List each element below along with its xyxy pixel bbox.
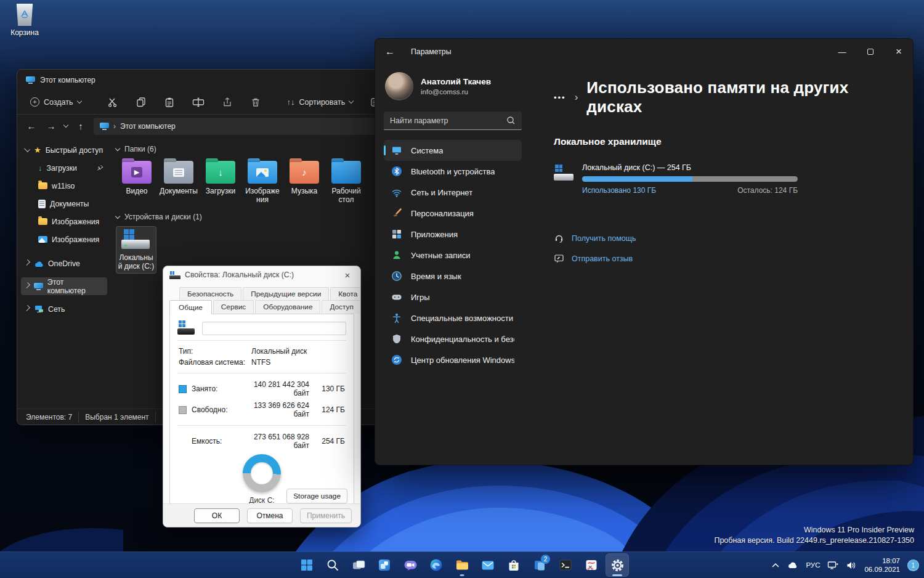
minimize-button[interactable]: —: [828, 39, 856, 65]
back-button[interactable]: ←: [385, 46, 403, 57]
drive-icon: [554, 165, 575, 181]
new-button[interactable]: + Создать: [26, 94, 86, 110]
cut-button[interactable]: [103, 94, 123, 111]
section-devices[interactable]: Устройства и диски (1): [116, 210, 419, 224]
sidebar-item-documents[interactable]: Документы: [21, 195, 107, 213]
paste-button[interactable]: [160, 94, 179, 111]
volume-tray-icon[interactable]: [846, 561, 857, 570]
settings-titlebar[interactable]: ← Параметры — ×: [375, 39, 913, 65]
tab-quota[interactable]: Квота: [330, 287, 361, 300]
user-account-row[interactable]: Анатолий Ткачев info@comss.ru: [384, 68, 522, 104]
search-button[interactable]: [321, 553, 344, 577]
sidebar-item-this-pc[interactable]: Этот компьютер: [21, 277, 107, 295]
onedrive-cloud-icon: [34, 260, 44, 267]
tab-general[interactable]: Общие: [169, 300, 212, 314]
nav-item-accounts[interactable]: Учетные записи: [384, 245, 522, 266]
sidebar-item-onedrive[interactable]: OneDrive: [21, 254, 107, 272]
tab-tools[interactable]: Сервис: [213, 300, 254, 314]
tab-sharing[interactable]: Доступ: [322, 300, 361, 314]
section-folders[interactable]: Папки (6): [116, 142, 419, 156]
ok-button[interactable]: ОК: [194, 508, 240, 523]
back-button[interactable]: ←: [25, 121, 38, 131]
tray-chevron-up-icon[interactable]: [771, 562, 780, 568]
folder-tile-documents[interactable]: Документы: [158, 158, 200, 206]
forward-button[interactable]: →: [44, 121, 58, 131]
share-button[interactable]: [217, 94, 237, 111]
file-explorer-button[interactable]: [450, 553, 474, 577]
start-button[interactable]: [295, 553, 318, 577]
pin-icon: [97, 165, 103, 171]
folder-tile-music[interactable]: ♪ Музыка: [283, 158, 325, 206]
terminal-button[interactable]: [554, 553, 577, 577]
nav-item-time-language[interactable]: Время и язык: [384, 266, 522, 287]
used-bytes: 140 281 442 304 байт: [251, 380, 309, 397]
chat-button[interactable]: [399, 553, 422, 577]
apply-button[interactable]: Применить: [300, 508, 352, 523]
sidebar-item-label: OneDrive: [48, 259, 80, 268]
local-disk-tile[interactable]: Локальный диск (C:): [116, 226, 156, 274]
folder-tile-video[interactable]: ▶ Видео: [116, 158, 158, 206]
nav-item-bluetooth[interactable]: Bluetooth и устройства: [384, 161, 522, 182]
close-button[interactable]: ×: [885, 39, 913, 65]
local-disk-usage-row[interactable]: Локальный диск (C:) — 254 ГБ Использован…: [554, 163, 878, 195]
task-view-button[interactable]: [347, 553, 370, 577]
onedrive-tray-icon[interactable]: [787, 561, 798, 569]
search-input[interactable]: [390, 116, 506, 125]
tab-hardware[interactable]: Оборудование: [255, 300, 320, 314]
nav-item-windows-update[interactable]: Центр обновления Windows: [384, 349, 522, 370]
folder-tile-downloads[interactable]: ↓ Загрузки: [200, 158, 241, 206]
language-indicator[interactable]: РУС: [806, 561, 820, 569]
close-icon[interactable]: ×: [341, 270, 354, 280]
sidebar-item-w11iso[interactable]: w11iso: [21, 177, 107, 195]
tab-previous-versions[interactable]: Предыдущие версии: [243, 287, 329, 300]
nav-item-gaming[interactable]: Игры: [384, 287, 522, 307]
tray-clock[interactable]: 18:07 06.09.2021: [864, 556, 900, 574]
recycle-bin-desktop-icon[interactable]: Корзина: [4, 4, 46, 37]
sidebar-item-pictures-folder[interactable]: Изображения: [21, 213, 107, 230]
cancel-button[interactable]: Отмена: [247, 508, 293, 523]
send-feedback-link[interactable]: Отправить отзыв: [554, 253, 878, 264]
sort-button[interactable]: ↑↓ Сортировать: [283, 94, 358, 110]
folder-tile-pictures[interactable]: Изображения: [241, 158, 283, 206]
dialog-titlebar[interactable]: Свойства: Локальный диск (C:) ×: [163, 266, 360, 283]
nav-item-system[interactable]: Система: [384, 140, 522, 161]
mail-button[interactable]: [476, 553, 500, 577]
folder-label: Видео: [118, 187, 156, 195]
play-icon: ▶: [131, 167, 142, 177]
disk-name-input[interactable]: [202, 322, 346, 335]
copy-button[interactable]: [131, 94, 151, 111]
snipping-tool-button[interactable]: [580, 553, 603, 577]
tab-security[interactable]: Безопасность: [179, 287, 241, 300]
explorer-titlebar[interactable]: Этот компьютер: [17, 70, 423, 90]
notification-center-badge[interactable]: 1: [907, 560, 919, 571]
edge-button[interactable]: [424, 553, 448, 577]
rename-button[interactable]: [188, 94, 209, 111]
nav-item-accessibility[interactable]: Специальные возможности: [384, 307, 522, 328]
sidebar-item-quick-access[interactable]: ★ Быстрый доступ: [21, 141, 107, 159]
address-bar[interactable]: › Этот компьютер: [94, 118, 415, 135]
nav-item-privacy[interactable]: Конфиденциальность и безопас: [384, 328, 522, 349]
microsoft-store-button[interactable]: [502, 553, 525, 577]
maximize-button[interactable]: [856, 39, 885, 65]
nav-item-personalization[interactable]: Персонализация: [384, 203, 522, 224]
recent-locations-chevron[interactable]: [63, 123, 68, 128]
storage-usage-button[interactable]: Storage usage: [286, 489, 347, 503]
sidebar-item-downloads[interactable]: ↓ Загрузки: [21, 159, 107, 177]
sidebar-item-pictures[interactable]: Изображения: [21, 230, 107, 248]
sidebar-item-network[interactable]: Сеть: [21, 300, 107, 318]
delete-button[interactable]: [246, 94, 265, 111]
get-help-link[interactable]: Получить помощь: [554, 233, 878, 243]
used-label: Занято:: [192, 385, 251, 393]
nav-item-network[interactable]: Сеть и Интернет: [384, 182, 522, 203]
nav-item-apps[interactable]: Приложения: [384, 224, 522, 245]
settings-button[interactable]: [606, 553, 629, 577]
widgets-button[interactable]: [373, 553, 396, 577]
disk-name: Локальный диск (C:) — 254 ГБ: [582, 163, 798, 172]
network-tray-icon[interactable]: [827, 561, 839, 570]
settings-search-box[interactable]: [384, 112, 522, 130]
tray-time: 18:07: [864, 556, 900, 565]
feedback-hub-button[interactable]: 2: [528, 553, 551, 577]
folder-tile-desktop[interactable]: Рабочий стол: [325, 158, 367, 206]
breadcrumb-overflow-button[interactable]: •••: [554, 93, 566, 102]
up-button[interactable]: ↑: [74, 121, 87, 131]
